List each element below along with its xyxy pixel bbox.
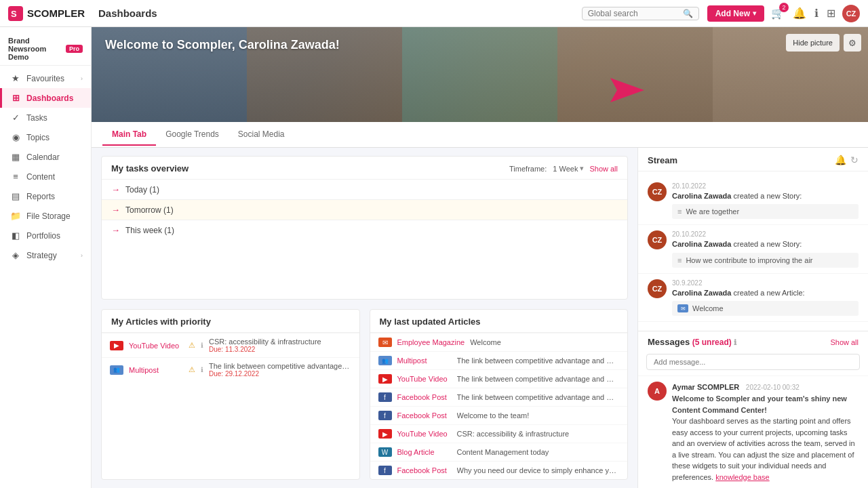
tasks-overview-widget: My tasks overview Timeframe: 1 Week ▾ Sh… xyxy=(101,156,628,300)
chevron-right-icon-strategy: › xyxy=(81,252,83,259)
chevron-down-icon: ▾ xyxy=(753,9,756,17)
messages-input[interactable] xyxy=(646,354,860,370)
facebook-icon: f xyxy=(378,411,392,420)
stream-story-card[interactable]: ≡ We are together xyxy=(672,204,859,219)
refresh-icon[interactable]: ↻ xyxy=(850,155,859,165)
strategy-icon: ◈ xyxy=(10,250,21,260)
hero-controls: Hide picture ⚙ xyxy=(786,34,861,52)
story-lines-icon: ≡ xyxy=(677,207,682,216)
sidebar-item-portfolios[interactable]: ◧ Portfolios xyxy=(0,226,91,245)
message-time: 2022-02-10 00:32 xyxy=(746,384,800,391)
article-row[interactable]: ▶ YouTube Video The link between competi… xyxy=(370,369,628,388)
article-row[interactable]: W Blog Article Content Management today xyxy=(370,443,628,461)
reports-icon: ▤ xyxy=(10,191,21,201)
tasks-widget-header: My tasks overview Timeframe: 1 Week ▾ Sh… xyxy=(102,157,627,179)
grid-icon: ⊞ xyxy=(10,93,21,103)
task-row-thisweek[interactable]: → This week (1) xyxy=(102,220,627,240)
circle-icon: ◉ xyxy=(10,132,21,142)
stream-story-card[interactable]: ✉ Welcome xyxy=(672,301,859,316)
messages-unread: (5 unread) xyxy=(692,338,732,347)
articles-section: My Articles with priority ▶ YouTube Vide… xyxy=(101,309,628,480)
stream-content: 20.10.2022 Carolina Zawada created a new… xyxy=(672,230,859,267)
help-icon[interactable]: ℹ xyxy=(813,5,820,21)
message-content: Aymar SCOMPLER 2022-02-10 00:32 Welcome … xyxy=(672,382,859,483)
logo-text: SCOMPLER xyxy=(27,7,85,19)
youtube-icon: ▶ xyxy=(378,429,392,439)
article-row[interactable]: 👥 Multipost The link between competitive… xyxy=(370,351,628,369)
timeframe-selector[interactable]: Timeframe: 1 Week ▾ xyxy=(509,164,584,173)
messages-show-all[interactable]: Show all xyxy=(830,338,859,346)
logo[interactable]: S SCOMPLER xyxy=(8,6,85,21)
stream-avatar: CZ xyxy=(648,279,667,298)
main-layout: Brand Newsroom Demo Pro ★ Favourites › ⊞… xyxy=(0,27,868,488)
stream-text: Carolina Zawada created a new Story: xyxy=(672,191,859,201)
sidebar-item-filestorage[interactable]: 📁 File Storage xyxy=(0,206,91,226)
stream-body: CZ 20.10.2022 Carolina Zawada created a … xyxy=(638,171,868,331)
articles-priority-widget: My Articles with priority ▶ YouTube Vide… xyxy=(101,309,360,480)
article-row[interactable]: ✉ Employee Magazine Welcome xyxy=(370,333,628,351)
sidebar-item-strategy[interactable]: ◈ Strategy › xyxy=(0,245,91,265)
hide-picture-button[interactable]: Hide picture xyxy=(786,34,840,52)
stream-date: 20.10.2022 xyxy=(672,182,859,190)
svg-text:S: S xyxy=(11,9,17,19)
article-row[interactable]: 👥 Multipost ⚠ ℹ The link between competi… xyxy=(102,357,359,382)
knowledge-base-link[interactable]: knowledge base xyxy=(715,473,770,481)
message-sender: Aymar SCOMPLER xyxy=(672,383,739,391)
stream-content: 20.10.2022 Carolina Zawada created a new… xyxy=(672,182,859,219)
task-empty-space xyxy=(102,240,627,300)
sidebar-item-dashboards[interactable]: ⊞ Dashboards xyxy=(0,88,91,108)
sidebar-item-reports[interactable]: ▤ Reports xyxy=(0,186,91,206)
email-icon: ✉ xyxy=(378,338,392,347)
tab-social-media[interactable]: Social Media xyxy=(229,124,294,146)
task-arrow-icon: → xyxy=(111,205,120,215)
stream-panel: Stream 🔔 ↻ CZ 20.10.2022 Carolina Zawada… xyxy=(637,148,868,488)
article-row[interactable]: ▶ YouTube Video CSR: accessibility & inf… xyxy=(370,424,628,443)
bell-icon[interactable]: 🔔 xyxy=(791,5,808,21)
search-input[interactable] xyxy=(588,9,683,18)
article-row[interactable]: f Facebook Post Welcome to the team! xyxy=(370,406,628,424)
bell-stream-icon[interactable]: 🔔 xyxy=(835,155,846,165)
sidebar-item-content[interactable]: ≡ Content xyxy=(0,167,91,186)
chevron-right-icon: › xyxy=(81,75,83,82)
stream-story-card[interactable]: ≡ How we contribute to improving the air xyxy=(672,253,859,268)
calendar-icon: ▦ xyxy=(10,152,21,162)
warning-icon: ⚠ xyxy=(189,365,195,374)
task-row-tomorrow[interactable]: → Tomorrow (1) xyxy=(102,199,627,220)
hero-settings-button[interactable]: ⚙ xyxy=(844,34,861,52)
article-icon: ✉ xyxy=(677,304,688,312)
dashboard-main: My tasks overview Timeframe: 1 Week ▾ Sh… xyxy=(92,148,637,488)
article-row[interactable]: f Facebook Post Why you need our device … xyxy=(370,461,628,479)
tab-google-trends[interactable]: Google Trends xyxy=(156,124,229,146)
stream-header: Stream 🔔 ↻ xyxy=(638,148,868,171)
user-avatar[interactable]: CZ xyxy=(842,5,860,22)
facebook-icon: f xyxy=(378,466,392,475)
tabs-bar: Main Tab Google Trends Social Media xyxy=(92,122,868,148)
dashboard-content: My tasks overview Timeframe: 1 Week ▾ Sh… xyxy=(92,148,868,488)
article-row[interactable]: f Facebook Post The link between competi… xyxy=(370,388,628,406)
sidebar-item-topics[interactable]: ◉ Topics xyxy=(0,127,91,147)
message-avatar: A xyxy=(648,382,667,401)
article-row[interactable]: ▶ YouTube Video ⚠ ℹ CSR: accessibility &… xyxy=(102,333,359,357)
task-row-today[interactable]: → Today (1) xyxy=(102,179,627,199)
page-title: Dashboards xyxy=(98,7,574,19)
checkmark-icon: ✓ xyxy=(10,113,21,123)
svg-marker-2 xyxy=(610,78,644,102)
grid-icon[interactable]: ⊞ xyxy=(825,5,837,21)
tasks-show-all[interactable]: Show all xyxy=(589,165,618,173)
tab-main[interactable]: Main Tab xyxy=(102,124,156,146)
stream-header-actions: 🔔 ↻ xyxy=(835,155,859,165)
sidebar-item-calendar[interactable]: ▦ Calendar xyxy=(0,147,91,167)
shopping-icon[interactable]: 🛒 2 xyxy=(770,5,786,21)
pro-badge: Pro xyxy=(66,45,83,53)
stream-date: 30.9.2022 xyxy=(672,279,859,287)
topnav: S SCOMPLER Dashboards 🔍 Add New ▾ 🛒 2 🔔 … xyxy=(0,0,868,27)
sidebar-item-favourites[interactable]: ★ Favourites › xyxy=(0,68,91,88)
sidebar-item-tasks[interactable]: ✓ Tasks xyxy=(0,108,91,127)
add-new-button[interactable]: Add New ▾ xyxy=(707,5,764,22)
task-arrow-icon: → xyxy=(111,225,120,235)
content-area: Welcome to Scompler, Carolina Zawada! Hi… xyxy=(92,27,868,488)
stream-text: Carolina Zawada created a new Article: xyxy=(672,288,859,298)
search-icon: 🔍 xyxy=(683,9,693,18)
messages-header: Messages (5 unread) ℹ Show all xyxy=(638,331,868,351)
stream-title: Stream xyxy=(648,155,677,165)
